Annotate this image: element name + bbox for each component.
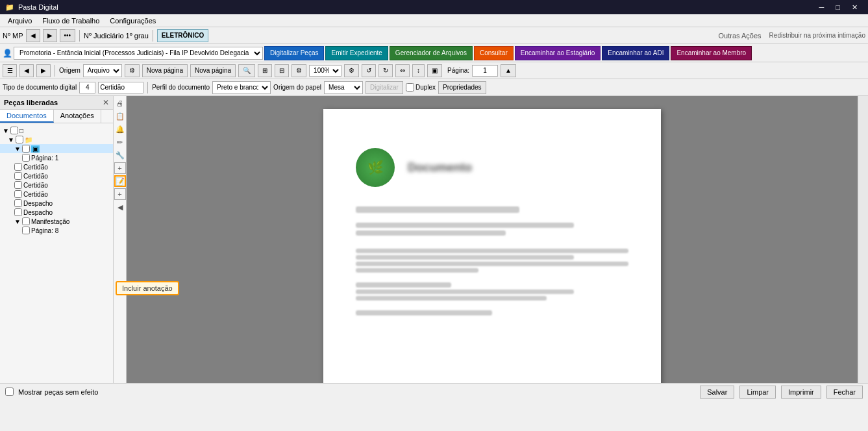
save-btn[interactable]: Salvar — [700, 386, 734, 399]
close-panel-btn[interactable]: ✕ — [103, 98, 109, 107]
view-btn2[interactable]: ⊟ — [275, 64, 289, 77]
doc-viewer[interactable]: 🌿 Documento — [127, 96, 858, 383]
separator1 — [79, 30, 80, 42]
duplex-checkbox[interactable] — [406, 83, 414, 92]
tree-root[interactable]: ▼ □ — [0, 126, 113, 135]
tree-manifestacao[interactable]: ▼ Manifestação — [0, 217, 113, 226]
zoom-settings-btn[interactable]: ⚙ — [344, 64, 359, 77]
certidao1-checkbox[interactable] — [14, 163, 22, 171]
clipboard-icon-btn[interactable]: 📋 — [114, 110, 126, 122]
more-btn[interactable]: ••• — [60, 29, 76, 42]
electronic-btn[interactable]: ELETRÔNICO — [157, 29, 209, 42]
print-btn[interactable]: Imprimir — [781, 386, 821, 399]
origin-select[interactable]: Arquivo — [83, 64, 122, 77]
tree-item-highlighted[interactable]: ▼ ▣ — [0, 144, 113, 153]
doc-line4 — [356, 249, 628, 253]
tree-page8[interactable]: Página: 8 — [0, 226, 113, 235]
origin-actions-btn[interactable]: ⚙ — [125, 64, 140, 77]
maximize-button[interactable]: □ — [830, 2, 845, 13]
scan-extra-btn[interactable]: ▣ — [427, 64, 442, 77]
menu-fluxo[interactable]: Fluxo de Trabalho — [37, 16, 105, 26]
certidao2-checkbox[interactable] — [14, 172, 22, 180]
file-manager-btn[interactable]: Gerenciador de Arquivos — [390, 46, 473, 60]
forward-intern-btn[interactable]: Encaminhar ao Estagiário — [515, 46, 601, 60]
certidao3-checkbox[interactable] — [14, 181, 22, 189]
doc-type-input[interactable] — [79, 82, 95, 93]
zoom-select[interactable]: 100% — [309, 65, 341, 77]
tree-certidao1[interactable]: Certidão — [0, 162, 113, 171]
show-without-effect-checkbox[interactable] — [5, 388, 14, 396]
new-doc-btn[interactable]: Nova página — [190, 64, 236, 77]
tree-certidao3[interactable]: Certidão — [0, 180, 113, 190]
scrollbar-right[interactable] — [858, 96, 868, 383]
new-page-btn[interactable]: Nova página — [142, 64, 188, 77]
doc-section2 — [356, 223, 628, 236]
sep-scan — [55, 65, 55, 77]
folder1-checkbox[interactable] — [16, 136, 23, 143]
scan-menu-btn[interactable]: ☰ — [3, 64, 17, 77]
tree-folder1[interactable]: ▼ 📁 — [0, 135, 113, 144]
origin-paper-select[interactable]: Mesa — [324, 81, 363, 94]
properties-btn[interactable]: Propriedades — [438, 81, 486, 94]
add-top-icon-btn[interactable]: + — [114, 162, 126, 174]
menu-bar: Arquivo Fluxo de Trabalho Configurações — [0, 14, 868, 27]
scan-prev-btn[interactable]: ◀ — [19, 64, 34, 77]
tree-certidao2[interactable]: Certidão — [0, 171, 113, 180]
tree-page1[interactable]: Página: 1 — [0, 153, 113, 162]
scan-settings-btn[interactable]: ⚙ — [291, 64, 306, 77]
menu-arquivo[interactable]: Arquivo — [3, 16, 37, 26]
root-checkbox[interactable] — [10, 127, 18, 134]
tab-documents[interactable]: Documentos — [0, 110, 54, 123]
root-label: □ — [19, 127, 23, 134]
manifestacao-checkbox[interactable] — [22, 217, 30, 225]
profile-select[interactable]: Preto e branco — [212, 81, 271, 94]
digitalize-scan-btn[interactable]: Digitalizar — [366, 81, 403, 94]
forward-member-btn[interactable]: Encaminhar ao Membro — [671, 46, 752, 60]
doc-line8 — [356, 282, 451, 288]
page1-checkbox[interactable] — [22, 154, 30, 162]
tree-certidao4[interactable]: Certidão — [0, 190, 113, 199]
add-bottom-icon-btn[interactable]: + — [114, 188, 126, 200]
tool-icon-btn[interactable]: 🔧 — [114, 149, 126, 161]
menu-configuracoes[interactable]: Configurações — [105, 16, 161, 26]
toolbar1: Nº MP ◀ ▶ ••• Nº Judiciário 1º grau ELET… — [0, 27, 868, 44]
bottom-bar: Mostrar peças sem efeito Salvar Limpar I… — [0, 383, 868, 400]
scan-next-btn[interactable]: ▶ — [36, 64, 51, 77]
rotate-right-btn[interactable]: ↻ — [378, 64, 393, 77]
despacho2-checkbox[interactable] — [14, 208, 22, 216]
consult-btn[interactable]: Consultar — [474, 46, 514, 60]
despacho1-checkbox[interactable] — [14, 199, 22, 207]
doc-line10 — [356, 296, 547, 301]
bell-icon-btn[interactable]: 🔔 — [114, 123, 126, 135]
edit-icon-btn[interactable]: ✏ — [114, 136, 126, 148]
clear-btn[interactable]: Limpar — [739, 386, 776, 399]
tree-despacho2[interactable]: Despacho — [0, 208, 113, 217]
page-input[interactable] — [472, 65, 498, 77]
page-up-btn[interactable]: ▲ — [501, 64, 516, 77]
flip-h-btn[interactable]: ⇔ — [395, 64, 410, 77]
arrow-left-icon-btn[interactable]: ◀ — [114, 201, 126, 213]
tab-annotations[interactable]: Anotações — [54, 110, 101, 123]
print-icon-btn[interactable]: 🖨 — [114, 97, 126, 109]
flip-v-btn[interactable]: ↕ — [412, 64, 425, 77]
close-bottom-btn[interactable]: Fechar — [826, 386, 863, 399]
minimize-button[interactable]: ─ — [814, 2, 830, 13]
digitalize-btn[interactable]: Digitalizar Peças — [264, 46, 324, 60]
emit-btn[interactable]: Emitir Expediente — [325, 46, 388, 60]
item-hl-checkbox[interactable] — [22, 145, 30, 153]
doc-name-input[interactable] — [98, 82, 143, 93]
rotate-left-btn[interactable]: ↺ — [362, 64, 376, 77]
note-icon-btn[interactable]: 📝 — [114, 175, 126, 187]
back-btn[interactable]: ◀ — [26, 29, 40, 42]
forward-btn[interactable]: ▶ — [43, 29, 57, 42]
forward-adi-btn[interactable]: Encaminhar ao ADI — [602, 46, 669, 60]
title-bar: 📁 Pasta Digital ─ □ ✕ — [0, 0, 868, 14]
search-btn[interactable]: 🔍 — [238, 64, 255, 77]
tree-despacho1[interactable]: Despacho — [0, 199, 113, 208]
page8-checkbox[interactable] — [22, 227, 30, 234]
duplex-label: Duplex — [406, 83, 436, 92]
view-btn1[interactable]: ⊞ — [258, 64, 272, 77]
close-button[interactable]: ✕ — [847, 2, 863, 13]
certidao4-checkbox[interactable] — [14, 190, 22, 198]
path-selector[interactable]: Promotoria - Entância Inicial (Processos… — [14, 47, 263, 60]
